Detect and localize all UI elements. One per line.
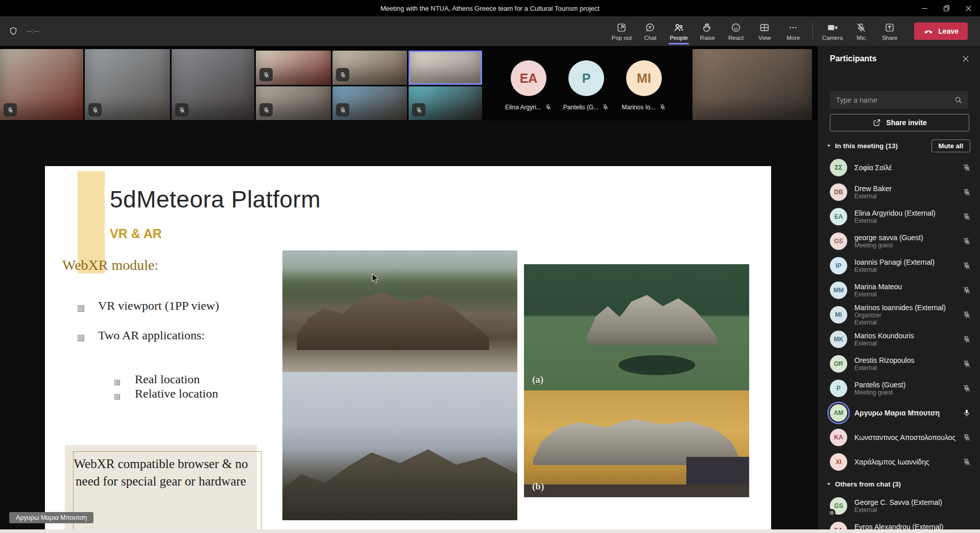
participant-row[interactable]: IPIoannis Panagi (External)External [818, 253, 980, 278]
react-icon [730, 22, 742, 33]
close-icon[interactable] [961, 54, 970, 63]
chat-icon [644, 22, 656, 33]
participants-panel-header: Participants [830, 54, 970, 63]
participant-section-header[interactable]: In this meeting (13)Mute all [818, 136, 980, 155]
mic-off-icon [4, 103, 17, 117]
pond-shape [618, 355, 695, 376]
restore-icon[interactable] [942, 4, 951, 13]
mic-off-icon [659, 103, 666, 111]
share-invite-button[interactable]: Share invite [830, 114, 969, 131]
avatar: EA [830, 208, 847, 225]
avatar: EA [511, 60, 546, 96]
sub-bullet-item: Real location [135, 373, 200, 386]
shared-slide: 5dMeteora Platform VR & AR WebXR module:… [45, 166, 771, 533]
photo-meteora-cliffs [282, 372, 517, 520]
avatar: MI [830, 306, 847, 323]
leave-button[interactable]: Leave [914, 22, 968, 40]
share-icon [884, 22, 895, 33]
search-icon [954, 96, 963, 104]
participant-section-header[interactable]: Others from chat (3) [818, 474, 980, 494]
toolbar-camera-button[interactable]: Camera [818, 16, 847, 46]
avatar-tile[interactable]: PPantelis (G... [556, 49, 617, 121]
participant-row[interactable]: DBDrew BakerExternal [818, 180, 980, 204]
toolbar-more-button[interactable]: More [779, 16, 807, 46]
video-tile[interactable] [256, 86, 331, 120]
presenter-name-overlay: Αργυρω Μαρια Μπουτση [9, 512, 93, 523]
bottom-edge-strip [0, 529, 980, 533]
avatar: GS⊗ [830, 497, 847, 515]
window-title-bar: Meeting with the NTUA, Athens Greece tea… [0, 0, 980, 16]
mic-off-icon [962, 433, 971, 442]
rock-silhouette [297, 287, 489, 350]
video-tile[interactable] [85, 49, 170, 120]
video-tile[interactable] [256, 51, 331, 85]
mic-off-icon [962, 286, 971, 295]
mic-off-icon [962, 237, 971, 246]
mic-off-icon [962, 261, 971, 270]
window-controls [920, 0, 973, 16]
chevron-down-icon [826, 481, 832, 487]
meeting-toolbar: --:-- Pop outChatPeopleRaiseReactViewMor… [0, 16, 980, 46]
participant-row[interactable]: EAElina Argyridou (External)External [818, 204, 980, 229]
toolbar-share-button[interactable]: Share [875, 16, 904, 46]
participant-row[interactable]: GSgeorge savva (Guest)Meeting guest [818, 229, 980, 253]
mic-off-icon [259, 103, 273, 117]
toolbar-chat-button[interactable]: Chat [636, 16, 664, 46]
mic-on-icon [962, 408, 971, 418]
avatar: P [568, 60, 604, 96]
slide-heading: WebXR module: [62, 257, 158, 273]
mouse-cursor [372, 273, 379, 284]
close-icon[interactable] [964, 4, 973, 13]
render-figure-a: (a) [524, 264, 749, 390]
mic-off-icon [962, 163, 971, 172]
toolbar-divider [812, 24, 813, 39]
toolbar-react-button[interactable]: React [722, 16, 750, 46]
participant-row[interactable]: MKMarios KoundourisExternal [818, 327, 980, 352]
table-edge [524, 484, 749, 497]
mic-off-icon [962, 384, 971, 393]
video-tile[interactable] [332, 86, 407, 120]
participant-row[interactable]: KAΚωνσταντινος Αποστολοπουλος [818, 425, 980, 450]
video-tile[interactable] [409, 86, 482, 120]
participant-row[interactable]: MIMarinos Ioannides (External)OrganizerE… [818, 303, 980, 327]
mute-all-button[interactable]: Mute all [931, 140, 970, 152]
avatar: OR [830, 355, 847, 373]
toolbar-view-button[interactable]: View [750, 16, 779, 46]
toolbar-mic-button[interactable]: Mic [847, 16, 875, 46]
minimize-icon[interactable] [920, 4, 929, 13]
avatar: AM [830, 404, 847, 422]
participant-row[interactable]: OROrestis RizopoulosExternal [818, 352, 980, 376]
video-tile[interactable] [409, 51, 482, 85]
bullet-marker [114, 380, 120, 385]
mic-off-icon [259, 68, 273, 81]
mic-off-icon [962, 188, 971, 197]
participants-panel: Participants Share invite In this meetin… [817, 46, 980, 533]
participant-row[interactable]: GS⊗George C. Savva (External)External [818, 494, 980, 518]
participant-row[interactable]: XIΧαράλαμπος Ιωαννίδης [818, 450, 980, 474]
avatar-tile[interactable]: MIMarinos Io... [613, 49, 675, 121]
participant-search[interactable] [830, 91, 968, 109]
video-tile[interactable] [332, 51, 407, 85]
mic-off-icon [336, 68, 349, 81]
rock-silhouette [282, 443, 517, 520]
people-icon [673, 22, 684, 33]
toolbar-raise-button[interactable]: Raise [693, 16, 722, 46]
bullet-item: Two AR applications: [98, 329, 205, 342]
participant-row[interactable]: MMMarina MateouExternal [818, 278, 980, 303]
video-tile[interactable] [0, 49, 83, 120]
avatar: DB [830, 183, 847, 201]
avatar-tile[interactable]: EAElina Argyri... [498, 49, 559, 121]
participant-row[interactable]: AMΑργυρω Μαρια Μπουτση [818, 401, 980, 425]
rock-model [587, 289, 718, 345]
slide-subtitle: VR & AR [110, 226, 162, 241]
toolbar-pop-out-button[interactable]: Pop out [607, 16, 636, 46]
mic-off-icon [962, 212, 971, 221]
toolbar-people-button[interactable]: People [664, 16, 693, 46]
bullet-marker [78, 335, 84, 341]
participant-row[interactable]: ΣΣΣοφία Σοϊλέ [818, 155, 980, 180]
hang-up-icon [923, 26, 934, 36]
participant-row[interactable]: PPantelis (Guest)Meeting guest [818, 376, 980, 401]
video-tile[interactable] [692, 49, 812, 120]
video-tile[interactable] [172, 49, 254, 120]
search-input[interactable] [835, 96, 954, 105]
